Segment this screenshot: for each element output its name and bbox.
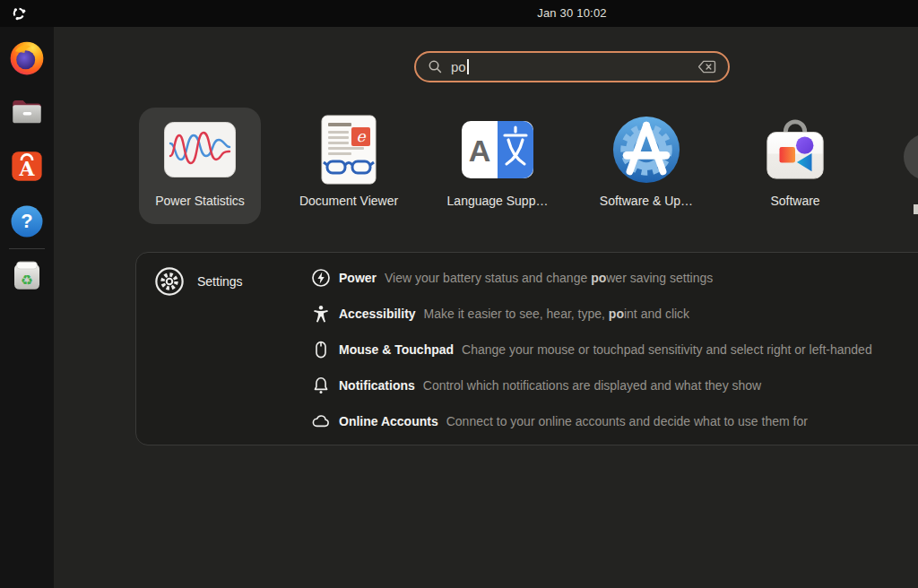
- partial-app-icon[interactable]: [904, 134, 918, 180]
- result-description: Make it easier to see, hear, type, point…: [424, 307, 690, 321]
- svg-text:e: e: [356, 127, 366, 145]
- app-label: Language Supp…: [447, 194, 549, 208]
- result-row-notifications[interactable]: Notifications Control which notification…: [310, 368, 872, 403]
- ubuntu-logo-icon[interactable]: [11, 5, 27, 22]
- search-input[interactable]: po: [414, 51, 730, 82]
- firefox-icon[interactable]: [8, 39, 46, 77]
- backspace-clear-icon[interactable]: [697, 60, 716, 74]
- settings-group-label: Settings: [197, 274, 243, 289]
- document-viewer-icon: e: [321, 108, 377, 192]
- result-row-online-accounts[interactable]: Online Accounts Connect to your online a…: [310, 403, 872, 439]
- settings-group-header[interactable]: Settings: [154, 266, 243, 297]
- language-support-icon: A: [462, 108, 533, 192]
- online-accounts-icon: [310, 411, 332, 431]
- power-statistics-icon: [164, 108, 236, 192]
- settings-gear-icon: [154, 266, 185, 297]
- clock[interactable]: Jan 30 10:02: [537, 0, 607, 27]
- partial-app-label-fragment: [914, 204, 918, 214]
- svg-text:A: A: [19, 157, 36, 180]
- top-bar: Jan 30 10:02: [0, 0, 918, 27]
- result-title: Accessibility: [339, 307, 416, 321]
- activities-overview: Jan 30 10:02: [0, 0, 918, 588]
- app-label: Software: [770, 194, 819, 208]
- help-icon[interactable]: ?: [8, 203, 46, 240]
- app-tile-software-updates[interactable]: Software & Up…: [585, 108, 707, 224]
- mouse-touchpad-icon: [310, 340, 332, 359]
- result-row-mouse-touchpad[interactable]: Mouse & Touchpad Change your mouse or to…: [310, 332, 872, 368]
- app-label: Software & Up…: [600, 194, 693, 208]
- result-title: Online Accounts: [339, 414, 438, 428]
- app-tile-language-support[interactable]: A Language Supp…: [437, 108, 559, 224]
- result-title: Notifications: [339, 378, 415, 393]
- result-row-accessibility[interactable]: Accessibility Make it easier to see, hea…: [310, 296, 872, 332]
- power-icon: [310, 268, 332, 288]
- app-label: Power Statistics: [155, 194, 245, 208]
- result-description: Connect to your online accounts and deci…: [446, 414, 808, 428]
- trash-icon[interactable]: ♻: [8, 256, 46, 294]
- settings-results-panel: Settings Power View your battery status …: [135, 252, 918, 445]
- svg-text:♻: ♻: [21, 272, 33, 288]
- app-tile-software[interactable]: Software: [734, 108, 856, 224]
- svg-text:A: A: [469, 134, 491, 168]
- app-tile-document-viewer[interactable]: e Document Viewer: [288, 108, 410, 224]
- notifications-icon: [310, 376, 332, 395]
- app-center-icon[interactable]: A: [8, 147, 46, 185]
- software-icon: [760, 108, 830, 192]
- search-query: po: [451, 59, 466, 74]
- app-label: Document Viewer: [299, 194, 398, 208]
- dock-separator: [9, 248, 45, 249]
- result-description: View your battery status and change powe…: [385, 271, 713, 285]
- result-description: Change your mouse or touchpad sensitivit…: [462, 342, 872, 357]
- files-icon[interactable]: [8, 93, 46, 131]
- accessibility-icon: [310, 304, 332, 324]
- svg-text:?: ?: [21, 210, 32, 232]
- dock: A ? ♻: [0, 27, 54, 588]
- search-icon: [428, 59, 443, 74]
- settings-rows: Power View your battery status and chang…: [310, 260, 872, 439]
- app-tile-power-statistics[interactable]: Power Statistics: [139, 108, 261, 224]
- app-results: Power Statistics e: [139, 108, 856, 224]
- text-caret: [467, 59, 469, 74]
- software-updates-icon: [611, 108, 681, 192]
- result-title: Mouse & Touchpad: [339, 342, 454, 357]
- result-row-power[interactable]: Power View your battery status and chang…: [310, 260, 872, 296]
- result-title: Power: [339, 271, 377, 285]
- result-description: Control which notifications are displaye…: [423, 378, 761, 393]
